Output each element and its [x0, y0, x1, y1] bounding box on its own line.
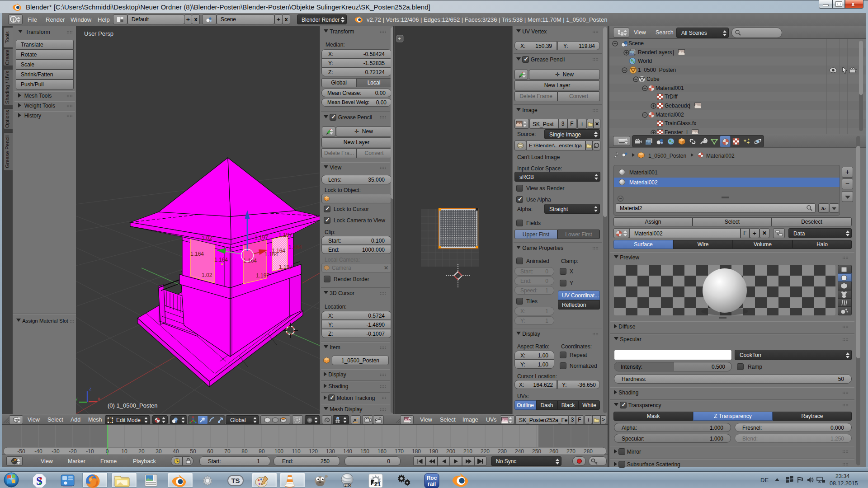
svg-text:190: 190	[429, 448, 438, 455]
svg-text:170: 170	[395, 448, 404, 455]
svg-text:1.164: 1.164	[190, 251, 204, 257]
svg-text:(0) 1_0500_Posten: (0) 1_0500_Posten	[108, 402, 158, 409]
svg-text:1.164: 1.164	[214, 257, 228, 263]
svg-text:60: 60	[207, 448, 213, 455]
svg-text:270: 270	[566, 448, 576, 455]
svg-text:250: 250	[532, 448, 541, 455]
svg-text:PRO: PRO	[344, 484, 351, 487]
svg-text:1.197: 1.197	[255, 235, 268, 241]
svg-text:+: +	[398, 36, 401, 42]
svg-text:1.02: 1.02	[202, 235, 212, 241]
svg-text:-20: -20	[69, 448, 77, 455]
svg-text:-10: -10	[86, 448, 94, 455]
svg-text:70: 70	[224, 448, 231, 455]
svg-text:z: z	[89, 386, 92, 391]
svg-text:1.197: 1.197	[279, 264, 292, 270]
svg-text:80: 80	[241, 448, 248, 455]
svg-text:1.197: 1.197	[278, 232, 292, 238]
svg-text:280: 280	[584, 448, 593, 455]
svg-text:230: 230	[498, 448, 507, 455]
svg-text:x: x	[98, 396, 100, 401]
svg-text:rail: rail	[428, 481, 436, 487]
svg-text:220: 220	[481, 448, 490, 455]
svg-text:10: 10	[121, 448, 127, 455]
svg-text:240: 240	[515, 448, 524, 455]
svg-text:140: 140	[343, 448, 352, 455]
svg-text:1.164: 1.164	[288, 244, 302, 250]
svg-text:1.164: 1.164	[272, 248, 285, 254]
svg-text:100: 100	[274, 448, 283, 455]
svg-text:-50: -50	[17, 448, 25, 455]
svg-text:21: 21	[374, 481, 381, 488]
svg-text:120: 120	[309, 448, 318, 455]
svg-text:-40: -40	[34, 448, 42, 455]
svg-text:-30: -30	[52, 448, 60, 455]
svg-text:90: 90	[259, 448, 265, 455]
svg-text:210: 210	[463, 448, 472, 455]
svg-text:130: 130	[326, 448, 335, 455]
svg-text:110: 110	[292, 448, 300, 455]
svg-text:0: 0	[106, 448, 109, 455]
svg-text:160: 160	[377, 448, 387, 455]
svg-text:30: 30	[156, 448, 162, 455]
svg-text:TS: TS	[231, 477, 240, 484]
svg-text:260: 260	[549, 448, 558, 455]
svg-text:User Persp: User Persp	[84, 30, 113, 37]
svg-text:1.197: 1.197	[256, 272, 269, 279]
svg-text:Roc: Roc	[427, 475, 437, 481]
svg-text:150: 150	[360, 448, 369, 455]
svg-text:y: y	[76, 396, 78, 401]
svg-text:180: 180	[412, 448, 421, 455]
svg-text:20: 20	[138, 448, 145, 455]
svg-text:50: 50	[190, 448, 196, 455]
svg-text:200: 200	[446, 448, 455, 455]
svg-text:1.02: 1.02	[202, 272, 212, 278]
svg-text:S: S	[36, 474, 42, 488]
svg-text:40: 40	[173, 448, 179, 455]
